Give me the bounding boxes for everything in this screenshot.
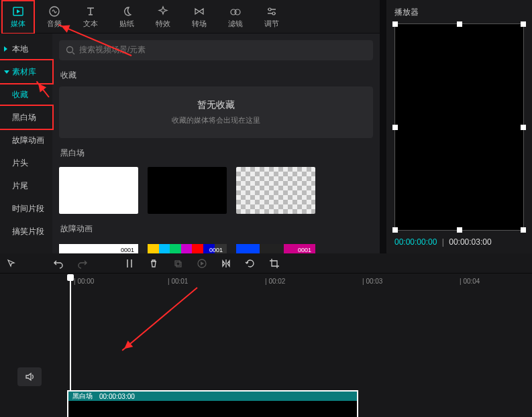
player-title: 播放器 [394,7,524,18]
thumb-white[interactable] [59,167,138,214]
sparkle-icon [157,5,169,17]
sidebar-item-local[interactable]: 本地 [0,38,52,60]
tab-label: 转场 [192,19,207,29]
ruler-mark: | 00:02 [265,278,285,285]
sidebar-item-label: 片尾 [12,180,28,192]
sidebar-item-label: 故障动画 [12,135,44,146]
favorites-empty: 暂无收藏 收藏的媒体将会出现在这里 [59,86,373,138]
handle-icon[interactable] [392,125,398,130]
tab-media[interactable]: 媒体 [3,1,34,33]
text-icon [85,5,97,17]
tab-label: 贴纸 [119,19,134,29]
playhead[interactable] [67,274,74,281]
tab-label: 特效 [156,19,170,29]
split-button[interactable] [122,256,137,271]
mirror-button[interactable] [219,256,233,271]
sidebar-item-library[interactable]: 素材库 [0,60,52,83]
waveform-icon [48,5,60,17]
svg-rect-8 [176,262,181,267]
crop-button[interactable] [267,256,282,271]
tab-label: 滤镜 [228,19,243,29]
sidebar-item-label: 时间片段 [12,203,44,215]
ruler-mark: | 00:03 [362,278,382,285]
bowtie-icon [193,5,205,17]
tab-label: 调节 [264,19,279,29]
sidebar-item-outro[interactable]: 片尾 [0,174,52,197]
svg-point-6 [67,46,73,52]
tab-effects[interactable]: 特效 [148,1,178,33]
svg-point-4 [268,8,271,11]
search-input[interactable]: 搜索视频场景/元素 [59,40,373,60]
svg-point-3 [235,9,240,15]
handle-icon[interactable] [457,227,462,233]
tab-filter[interactable]: 滤镜 [220,1,251,33]
thumb-glitch-3[interactable] [236,244,315,253]
sidebar-item-intro[interactable]: 片头 [0,152,52,174]
copy-button[interactable] [170,256,185,271]
bw-thumbs [59,167,373,214]
tab-text[interactable]: 文本 [75,1,106,33]
tab-sticker[interactable]: 贴纸 [111,1,142,33]
handle-icon[interactable] [392,21,398,27]
thumb-black[interactable] [148,167,227,214]
ruler-mark: | 00:00 [74,278,94,285]
sidebar-item-label: 黑白场 [12,112,36,123]
handle-icon[interactable] [521,125,526,130]
handle-icon[interactable] [392,227,398,233]
section-title-favorites: 收藏 [60,70,373,81]
track-area[interactable]: 黑白场 00:00:03:00 [0,291,532,412]
search-icon [66,46,75,55]
sidebar: 本地 素材库 收藏 黑白场 故障动画 片头 [0,34,52,253]
sidebar-item-blackwhite[interactable]: 黑白场 [0,106,52,129]
caret-icon [4,46,7,52]
section-title-glitch: 故障动画 [60,223,373,235]
glitch-thumbs [59,244,373,253]
thumb-glitch-1[interactable] [59,244,138,253]
undo-button[interactable] [51,256,66,271]
content-area: 搜索视频场景/元素 收藏 暂无收藏 收藏的媒体将会出现在这里 黑白场 故障动画 [52,34,380,253]
player-time: 00:00:00:00 | 00:00:03:00 [394,237,524,247]
section-title-bw: 黑白场 [60,147,373,159]
time-current: 00:00:00:00 [394,237,437,247]
timeline-ruler[interactable]: | 00:00| 00:01| 00:02| 00:03| 00:04 [0,274,532,291]
favorites-empty-main: 暂无收藏 [197,99,235,111]
time-sep: | [442,237,444,247]
sidebar-item-funny[interactable]: 搞笑片段 [0,220,52,243]
speed-button[interactable] [195,256,209,271]
thumb-glitch-2[interactable] [148,244,227,253]
ruler-mark: | 00:04 [460,278,480,285]
play-square-icon [12,5,24,17]
sidebar-item-glitch[interactable]: 故障动画 [0,129,52,152]
drops-icon [229,5,242,17]
sidebar-item-label: 片头 [12,158,28,169]
handle-icon[interactable] [457,21,462,27]
sidebar-item-label: 收藏 [12,89,28,101]
rotate-button[interactable] [243,256,258,271]
player-viewport[interactable] [394,23,524,231]
time-duration: 00:00:03:00 [449,237,491,247]
tab-label: 媒体 [11,19,25,29]
caret-down-icon [4,70,9,74]
sidebar-item-label: 素材库 [12,66,36,78]
tab-adjust[interactable]: 调节 [256,1,287,33]
timeline-panel: | 00:00| 00:01| 00:02| 00:03| 00:04 黑白场 … [0,253,532,417]
tab-label: 文本 [83,19,98,29]
sliders-icon [266,5,278,17]
sidebar-item-time[interactable]: 时间片段 [0,197,52,220]
ruler-mark: | 00:01 [168,278,188,285]
delete-button[interactable] [146,256,161,271]
cursor-tool[interactable] [4,256,19,271]
mute-button[interactable] [17,367,42,386]
sidebar-item-label: 本地 [12,44,28,55]
handle-icon[interactable] [521,21,526,27]
thumb-transparent[interactable] [236,167,315,214]
timeline-clip[interactable]: 黑白场 00:00:03:00 [67,390,358,417]
clip-duration: 00:00:03:00 [99,393,135,400]
handle-icon[interactable] [521,227,526,233]
tab-transition[interactable]: 转场 [184,1,215,33]
timeline-toolbar [0,253,532,274]
svg-rect-7 [175,261,180,265]
redo-button[interactable] [75,256,90,271]
moon-icon [121,5,133,17]
svg-point-5 [272,12,275,15]
